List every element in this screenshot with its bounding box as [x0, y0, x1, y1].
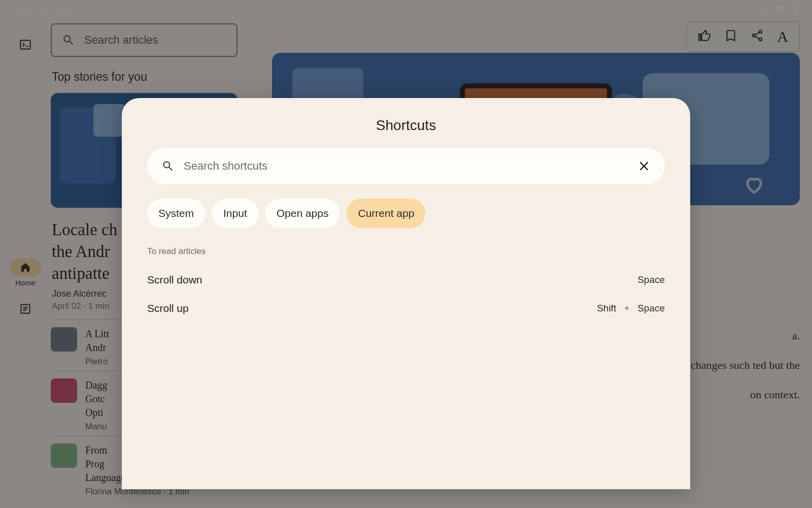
key-label: Space — [637, 303, 665, 314]
shortcuts-dialog: Shortcuts System Input Open apps Current… — [122, 98, 690, 489]
shortcut-keys: Shift + Space — [597, 303, 665, 314]
clear-search-button[interactable] — [637, 160, 651, 173]
category-chips: System Input Open apps Current app — [147, 199, 665, 228]
key-label: Space — [637, 274, 665, 285]
chip-system[interactable]: System — [147, 199, 205, 228]
chip-input[interactable]: Input — [212, 199, 258, 228]
shortcut-row: Scroll down Space — [147, 266, 665, 294]
chip-current-app[interactable]: Current app — [347, 199, 425, 228]
shortcut-keys: Space — [637, 274, 665, 285]
close-icon — [637, 160, 651, 173]
key-label: Shift — [597, 303, 616, 314]
shortcut-row: Scroll up Shift + Space — [147, 294, 665, 323]
shortcut-name: Scroll down — [147, 274, 202, 286]
key-separator: + — [624, 303, 629, 313]
section-label: To read articles — [147, 246, 665, 257]
search-shortcuts-input[interactable] — [184, 160, 628, 173]
shortcut-name: Scroll up — [147, 302, 189, 314]
search-shortcuts-field[interactable] — [147, 148, 665, 184]
chip-open-apps[interactable]: Open apps — [265, 199, 340, 228]
dialog-title: Shortcuts — [147, 117, 665, 134]
search-icon — [161, 160, 175, 173]
